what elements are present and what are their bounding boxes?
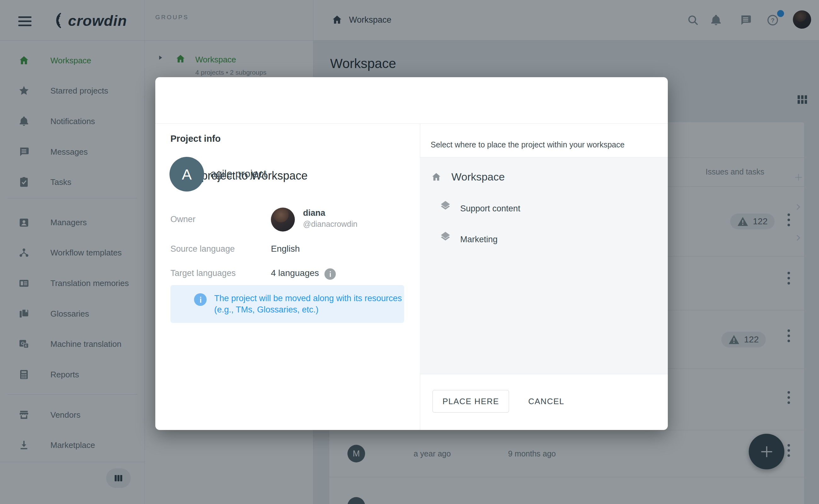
chevron-right-icon[interactable] bbox=[794, 203, 802, 211]
target-languages-value: 4 languages bbox=[271, 268, 319, 278]
cancel-button[interactable]: CANCEL bbox=[522, 390, 570, 413]
layers-icon bbox=[439, 199, 451, 211]
app: crowdin Workspace Starred projects Notif… bbox=[0, 0, 819, 504]
modal-header-divider bbox=[155, 123, 668, 124]
info-alert: The project will be moved along with its… bbox=[170, 285, 404, 323]
owner-avatar bbox=[271, 208, 295, 232]
source-language-value: English bbox=[271, 244, 300, 254]
project-name: agile project bbox=[210, 168, 266, 180]
add-group-plus-icon[interactable] bbox=[793, 172, 804, 182]
owner-label: Owner bbox=[170, 215, 196, 224]
tree-root-workspace[interactable]: Workspace bbox=[451, 171, 505, 183]
project-letter-avatar: A bbox=[169, 157, 204, 192]
info-icon bbox=[194, 293, 207, 306]
owner-handle: @dianacrowdin bbox=[303, 220, 358, 229]
owner-name: diana bbox=[303, 208, 325, 218]
chevron-right-icon[interactable] bbox=[794, 234, 802, 242]
move-project-modal: Move project to Workspace Project info A… bbox=[155, 77, 668, 430]
tree-group-marketing[interactable]: Marketing bbox=[460, 235, 498, 244]
target-languages-info-icon[interactable] bbox=[324, 268, 336, 280]
placement-tree: Workspace Support content Marketing bbox=[420, 157, 668, 374]
tree-group-support-content[interactable]: Support content bbox=[460, 204, 520, 214]
layers-icon bbox=[439, 230, 451, 242]
workspace-home-icon bbox=[431, 172, 442, 182]
footer-divider bbox=[420, 374, 668, 374]
project-info-title: Project info bbox=[170, 134, 221, 144]
placement-prompt: Select where to place the project within… bbox=[431, 140, 625, 149]
info-alert-text: The project will be moved along with its… bbox=[214, 293, 403, 315]
source-language-label: Source language bbox=[170, 244, 235, 254]
target-languages-label: Target languages bbox=[170, 268, 236, 278]
place-here-button[interactable]: PLACE HERE bbox=[432, 390, 509, 413]
